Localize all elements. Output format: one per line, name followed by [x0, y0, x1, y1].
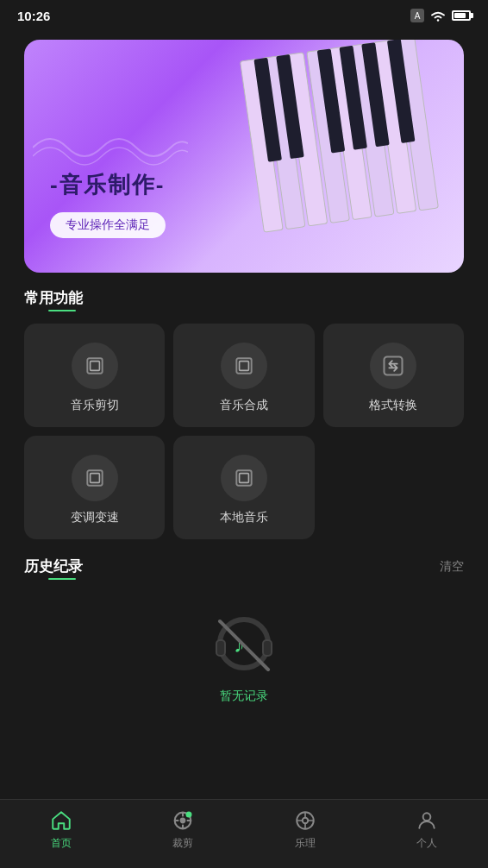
status-time: 10:26	[17, 9, 50, 23]
nav-label-music-lib: 乐理	[295, 836, 316, 851]
nav-item-music-lib[interactable]: 乐理	[244, 808, 366, 851]
home-icon	[49, 808, 73, 833]
func-card-pitch-speed[interactable]: 变调变速	[24, 436, 165, 539]
music-lib-icon	[293, 808, 317, 833]
nav-label-home: 首页	[51, 836, 72, 851]
nav-label-profile: 个人	[416, 836, 437, 851]
local-music-icon-circle	[221, 455, 267, 501]
banner-badge: 专业操作全满足	[50, 212, 166, 238]
status-icons: A	[410, 9, 471, 22]
bottom-nav: 首页 裁剪 乐理	[0, 799, 488, 868]
music-note-icon	[233, 467, 255, 489]
banner-text-area: -音乐制作- 专业操作全满足	[50, 170, 166, 238]
scissors-icon	[84, 355, 106, 377]
banner-title: -音乐制作-	[50, 170, 166, 200]
music-cut-label: 音乐剪切	[71, 398, 119, 413]
format-convert-icon-circle	[370, 343, 416, 389]
func-card-local-music[interactable]: 本地音乐	[173, 436, 314, 539]
func-card-music-cut[interactable]: 音乐剪切	[24, 324, 165, 427]
profile-icon	[415, 808, 439, 833]
battery-icon	[452, 10, 471, 21]
common-section-header: 常用功能	[0, 288, 488, 308]
svg-rect-18	[385, 357, 403, 375]
svg-rect-25	[263, 640, 272, 656]
wifi-icon	[429, 9, 447, 22]
func-card-music-compose[interactable]: 音乐合成	[173, 324, 314, 427]
music-compose-icon-circle	[221, 343, 267, 389]
music-compose-label: 音乐合成	[220, 398, 268, 413]
pitch-speed-icon-circle	[72, 455, 118, 501]
status-bar: 10:26 A	[0, 0, 488, 31]
banner-wave	[33, 122, 188, 173]
clear-history-button[interactable]: 清空	[440, 559, 464, 575]
svg-point-29	[181, 819, 185, 823]
svg-point-34	[186, 812, 192, 818]
nav-item-profile[interactable]: 个人	[366, 808, 489, 851]
common-section-title: 常用功能	[24, 288, 83, 308]
status-icon-a: A	[410, 9, 424, 22]
empty-text: 暂无记录	[220, 689, 268, 704]
func-card-format-convert[interactable]: 格式转换	[323, 324, 464, 427]
piano-decoration	[209, 40, 464, 273]
svg-point-36	[303, 818, 309, 824]
pitch-speed-label: 变调变速	[71, 510, 119, 525]
empty-music-icon: ♪	[201, 602, 287, 689]
nav-item-home[interactable]: 首页	[0, 808, 122, 851]
svg-rect-24	[216, 640, 225, 656]
tune-icon	[84, 467, 106, 489]
svg-point-37	[423, 813, 431, 821]
history-section-header: 历史纪录 清空	[0, 557, 488, 576]
convert-icon	[381, 354, 405, 378]
local-music-label: 本地音乐	[220, 510, 268, 525]
banner: -音乐制作- 专业操作全满足	[24, 40, 464, 273]
empty-state: ♪ 暂无记录	[0, 576, 488, 721]
function-grid-row1: 音乐剪切 音乐合成 格式转换	[0, 308, 488, 436]
music-cut-icon-circle	[72, 343, 118, 389]
format-convert-label: 格式转换	[369, 398, 417, 413]
history-section-title: 历史纪录	[24, 557, 83, 576]
nav-label-edit: 裁剪	[172, 836, 193, 851]
layers-icon	[233, 355, 255, 377]
edit-icon	[171, 808, 195, 833]
nav-item-edit[interactable]: 裁剪	[122, 808, 245, 851]
function-grid-row2: 变调变速 本地音乐	[0, 436, 488, 548]
